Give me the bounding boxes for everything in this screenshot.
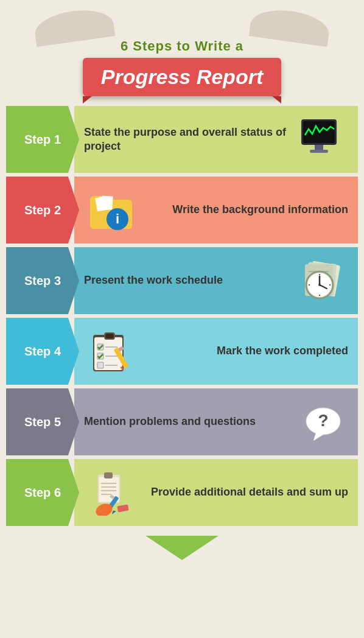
step-5-row: Step 5 Mention problems and questions ? bbox=[6, 388, 358, 455]
step-3-row: Step 3 Present the work schedule bbox=[6, 247, 358, 314]
svg-rect-27 bbox=[105, 334, 114, 338]
step-5-icon: ? bbox=[293, 398, 348, 446]
step-6-label: Step 6 bbox=[6, 459, 79, 526]
step-3-icon bbox=[293, 256, 348, 305]
step-2-icon: i bbox=[84, 186, 139, 234]
svg-rect-2 bbox=[315, 145, 323, 150]
step-1-text: State the purpose and overall status of … bbox=[84, 125, 293, 154]
header-title: Progress Report bbox=[83, 58, 281, 96]
bottom-arrow bbox=[0, 530, 364, 572]
main-container: 6 Steps to Write a Progress Report Step … bbox=[0, 0, 364, 572]
book-page-right bbox=[249, 5, 332, 47]
step-3-content: Present the work schedule bbox=[74, 247, 358, 314]
step-4-row: Step 4 bbox=[6, 318, 358, 385]
step-4-icon bbox=[84, 327, 139, 376]
step-6-row: Step 6 bbox=[6, 459, 358, 526]
step-1-content: State the purpose and overall status of … bbox=[74, 106, 358, 173]
step-6-content: Provide additional details and sum up bbox=[74, 459, 358, 526]
step-5-label: Step 5 bbox=[6, 388, 79, 455]
step-4-label: Step 4 bbox=[6, 318, 79, 385]
svg-rect-3 bbox=[310, 150, 328, 153]
step-3-label: Step 3 bbox=[6, 247, 79, 314]
step-1-row: Step 1 State the purpose and overall sta… bbox=[6, 106, 358, 173]
book-page-left bbox=[33, 5, 116, 47]
svg-rect-30 bbox=[97, 362, 103, 368]
svg-rect-42 bbox=[104, 472, 113, 479]
steps-list: Step 1 State the purpose and overall sta… bbox=[0, 106, 364, 530]
step-4-text: Mark the work completed bbox=[145, 344, 348, 358]
step-5-content: Mention problems and questions ? bbox=[74, 388, 358, 455]
down-arrow-shape bbox=[145, 536, 219, 560]
step-4-content: Mark the work completed bbox=[74, 318, 358, 385]
step-3-text: Present the work schedule bbox=[84, 273, 293, 287]
header: 6 Steps to Write a Progress Report bbox=[0, 0, 364, 106]
step-2-content: i Write the background information bbox=[74, 177, 358, 244]
svg-text:i: i bbox=[116, 211, 119, 226]
step-5-text: Mention problems and questions bbox=[84, 415, 293, 429]
step-2-row: Step 2 i bbox=[6, 177, 358, 244]
step-2-text: Write the background information bbox=[145, 203, 348, 217]
step-6-text: Provide additional details and sum up bbox=[145, 485, 348, 499]
step-1-label: Step 1 bbox=[6, 106, 79, 173]
step-6-icon bbox=[84, 468, 139, 517]
svg-rect-6 bbox=[101, 195, 113, 209]
svg-rect-51 bbox=[117, 504, 128, 512]
svg-text:?: ? bbox=[318, 411, 328, 430]
step-1-icon bbox=[293, 115, 348, 164]
step-2-label: Step 2 bbox=[6, 177, 79, 244]
book-decoration bbox=[6, 11, 358, 41]
